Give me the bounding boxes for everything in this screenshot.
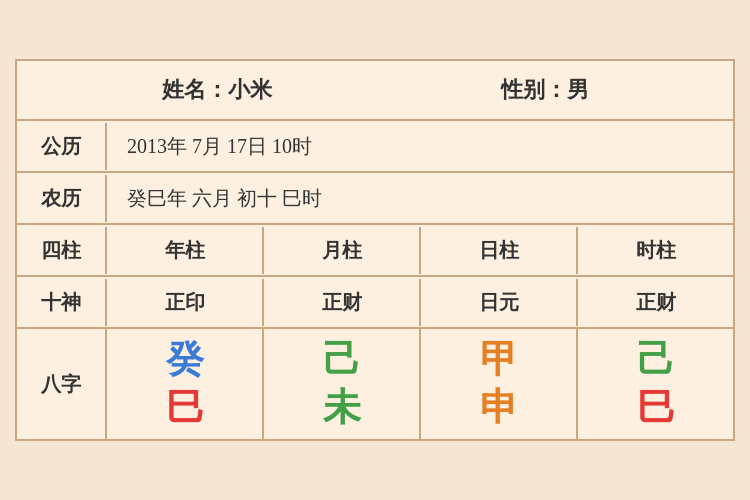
shishen-col-2: 日元 xyxy=(421,279,578,326)
bazi-top-3: 己 xyxy=(637,339,675,381)
shishen-label: 十神 xyxy=(17,279,107,326)
bazi-row: 八字 癸 巳 己 未 甲 申 己 巳 xyxy=(17,329,733,439)
sizu-cols: 年柱 月柱 日柱 时柱 xyxy=(107,227,733,274)
shishen-col-3: 正财 xyxy=(578,279,733,326)
bazi-label: 八字 xyxy=(17,329,107,439)
sizu-col-1: 月柱 xyxy=(264,227,421,274)
gender-label: 性别：男 xyxy=(501,75,589,105)
lunar-label: 农历 xyxy=(17,175,107,222)
sizu-col-3: 时柱 xyxy=(578,227,733,274)
bazi-col-2: 甲 申 xyxy=(421,329,578,439)
bazi-bottom-1: 未 xyxy=(323,387,361,429)
shishen-row: 十神 正印 正财 日元 正财 xyxy=(17,277,733,329)
name-label: 姓名：小米 xyxy=(162,75,272,105)
solar-row: 公历 2013年 7月 17日 10时 xyxy=(17,121,733,173)
bazi-cols: 癸 巳 己 未 甲 申 己 巳 xyxy=(107,329,733,439)
bazi-bottom-0: 巳 xyxy=(166,387,204,429)
bazi-top-0: 癸 xyxy=(166,339,204,381)
sizu-col-2: 日柱 xyxy=(421,227,578,274)
bazi-top-1: 己 xyxy=(323,339,361,381)
solar-content: 2013年 7月 17日 10时 xyxy=(107,123,733,170)
bazi-col-1: 己 未 xyxy=(264,329,421,439)
main-container: 姓名：小米 性别：男 公历 2013年 7月 17日 10时 农历 癸巳年 六月… xyxy=(15,59,735,441)
bazi-top-2: 甲 xyxy=(480,339,518,381)
sizu-col-0: 年柱 xyxy=(107,227,264,274)
bazi-col-0: 癸 巳 xyxy=(107,329,264,439)
bazi-bottom-3: 巳 xyxy=(637,387,675,429)
lunar-content: 癸巳年 六月 初十 巳时 xyxy=(107,175,733,222)
shishen-col-1: 正财 xyxy=(264,279,421,326)
shishen-col-0: 正印 xyxy=(107,279,264,326)
sizu-label: 四柱 xyxy=(17,227,107,274)
lunar-row: 农历 癸巳年 六月 初十 巳时 xyxy=(17,173,733,225)
bazi-col-3: 己 巳 xyxy=(578,329,733,439)
solar-label: 公历 xyxy=(17,123,107,170)
shishen-cols: 正印 正财 日元 正财 xyxy=(107,279,733,326)
sizu-row: 四柱 年柱 月柱 日柱 时柱 xyxy=(17,225,733,277)
bazi-bottom-2: 申 xyxy=(480,387,518,429)
header-row: 姓名：小米 性别：男 xyxy=(17,61,733,121)
